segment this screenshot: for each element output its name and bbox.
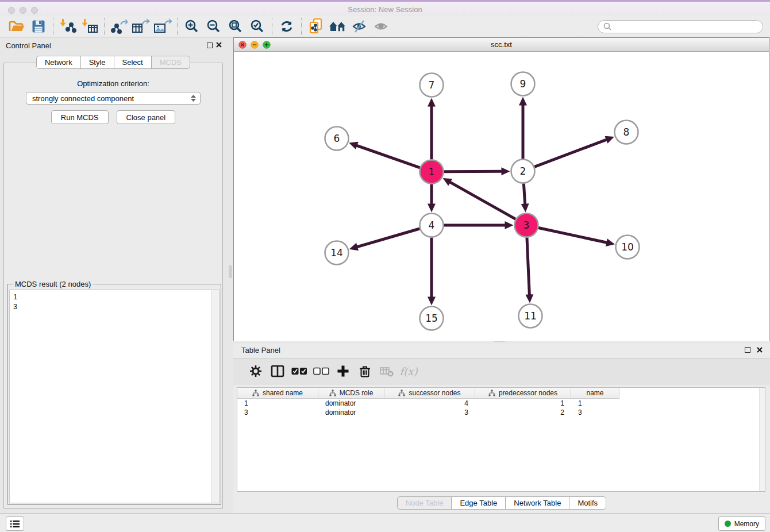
close-panel-icon[interactable]: [215, 41, 222, 48]
table-panel-title: Table Panel: [241, 346, 280, 354]
select-all-button[interactable]: [288, 361, 310, 381]
column-header-label: name: [586, 389, 603, 397]
close-network-icon[interactable]: [238, 41, 247, 49]
vertical-splitter-handle[interactable]: [229, 265, 232, 278]
hide-graphics-details-button[interactable]: [349, 17, 371, 36]
tab-node-table[interactable]: Node Table: [397, 496, 452, 510]
column-header-shared-name[interactable]: shared name: [237, 388, 318, 399]
column-header-MCDS-role[interactable]: MCDS role: [318, 388, 384, 399]
table-row[interactable]: 1dominator411: [237, 399, 765, 408]
close-table-panel-icon[interactable]: [756, 346, 763, 353]
delete-table-icon: [379, 365, 394, 377]
export-image-button[interactable]: [152, 17, 174, 36]
graph-node-7[interactable]: 7: [420, 74, 444, 97]
edge-3-1[interactable]: [449, 182, 515, 219]
tab-style[interactable]: Style: [80, 56, 114, 69]
table-cell[interactable]: 3: [571, 408, 619, 417]
edge-arrow-1-4: [428, 204, 436, 213]
table-cell[interactable]: 3: [384, 408, 475, 417]
network-window-titlebar[interactable]: scc.txt: [234, 38, 769, 52]
graph-node-9[interactable]: 9: [511, 72, 535, 96]
export-table-icon: [132, 18, 150, 34]
network-canvas[interactable]: 7968124314101511: [234, 52, 769, 341]
table-cell[interactable]: dominator: [318, 399, 384, 407]
checked-boxes-icon: [291, 366, 307, 376]
float-panel-icon[interactable]: [207, 43, 213, 48]
clone-network-button[interactable]: [305, 17, 327, 36]
delete-columns-button[interactable]: [354, 361, 376, 381]
table-settings-button[interactable]: [245, 361, 267, 381]
graph-node-2[interactable]: 2: [511, 160, 535, 183]
edge-2-8[interactable]: [534, 140, 607, 167]
search-icon: [603, 22, 612, 31]
task-history-button[interactable]: [6, 516, 24, 531]
edge-2-3[interactable]: [523, 183, 525, 205]
table-cell[interactable]: dominator: [318, 408, 384, 417]
result-scrollbar[interactable]: [211, 290, 219, 503]
memory-button[interactable]: Memory: [718, 516, 765, 531]
open-session-button[interactable]: [6, 17, 28, 36]
first-neighbors-button[interactable]: [327, 17, 349, 36]
tab-network-table[interactable]: Network Table: [505, 496, 569, 510]
minimize-network-icon[interactable]: [251, 41, 259, 49]
mcds-result-textarea[interactable]: 13: [9, 290, 220, 503]
import-network-button[interactable]: [57, 17, 79, 36]
save-session-button[interactable]: [28, 17, 49, 36]
graph-node-11[interactable]: 11: [519, 304, 542, 328]
search-input[interactable]: [598, 20, 763, 33]
run-mcds-button[interactable]: Run MCDS: [51, 110, 109, 124]
graph-node-15[interactable]: 15: [420, 307, 444, 330]
table-cell[interactable]: 4: [384, 399, 475, 407]
zoom-selected-button[interactable]: [247, 17, 268, 36]
tab-network[interactable]: Network: [36, 56, 81, 69]
optimization-criterion-label: Optimization criterion:: [4, 79, 222, 88]
tab-motifs[interactable]: Motifs: [569, 496, 606, 510]
export-image-icon: [153, 18, 172, 34]
deselect-all-button[interactable]: [310, 361, 332, 381]
table-cell[interactable]: 1: [571, 399, 619, 407]
function-builder-button[interactable]: f(x): [398, 361, 419, 381]
graph-node-10[interactable]: 10: [616, 236, 640, 259]
column-header-predecessor-nodes[interactable]: predecessor nodes: [475, 388, 571, 399]
create-column-button[interactable]: [332, 361, 354, 381]
graph-node-4[interactable]: 4: [420, 214, 444, 237]
edge-1-6[interactable]: [356, 145, 419, 168]
delete-table-button[interactable]: [376, 361, 398, 381]
svg-text:10: 10: [621, 241, 634, 253]
fit-content-button[interactable]: [225, 17, 247, 36]
show-graphics-details-button[interactable]: [371, 17, 392, 36]
table-cell[interactable]: 1: [237, 399, 318, 407]
column-header-name[interactable]: name: [571, 388, 619, 399]
float-table-panel-icon[interactable]: [745, 347, 750, 353]
edge-1-2[interactable]: [444, 171, 502, 172]
edge-4-14[interactable]: [356, 229, 419, 247]
export-table-button[interactable]: [130, 17, 152, 36]
export-network-button[interactable]: [108, 17, 130, 36]
graph-node-1[interactable]: 1: [420, 160, 444, 184]
graph-node-6[interactable]: 6: [325, 127, 349, 151]
edge-3-11[interactable]: [527, 237, 529, 295]
graph-node-8[interactable]: 8: [615, 121, 638, 144]
column-header-label: successor nodes: [409, 389, 460, 397]
tab-mcds[interactable]: MCDS: [151, 56, 190, 69]
graph-node-3[interactable]: 3: [515, 214, 538, 237]
close-panel-button[interactable]: Close panel: [117, 110, 176, 124]
svg-text:9: 9: [520, 78, 526, 90]
zoom-out-button[interactable]: [203, 17, 225, 36]
optimization-criterion-select[interactable]: strongly connected component: [26, 92, 201, 105]
graph-node-14[interactable]: 14: [325, 241, 349, 265]
table-cell[interactable]: 3: [237, 408, 318, 417]
table-row[interactable]: 3dominator323: [237, 408, 765, 417]
maximize-network-icon[interactable]: [263, 41, 271, 49]
import-table-button[interactable]: [79, 17, 101, 36]
table-cell[interactable]: 2: [475, 408, 571, 417]
zoom-in-button[interactable]: [181, 17, 203, 36]
refresh-layout-button[interactable]: [276, 17, 298, 36]
column-header-successor-nodes[interactable]: successor nodes: [384, 388, 475, 399]
table-cell[interactable]: 1: [475, 399, 571, 407]
table-scrollbar[interactable]: [759, 388, 765, 491]
tab-edge-table[interactable]: Edge Table: [451, 496, 506, 510]
tab-select[interactable]: Select: [114, 56, 152, 69]
edge-3-10[interactable]: [538, 228, 607, 243]
toggle-columns-button[interactable]: [267, 361, 288, 381]
